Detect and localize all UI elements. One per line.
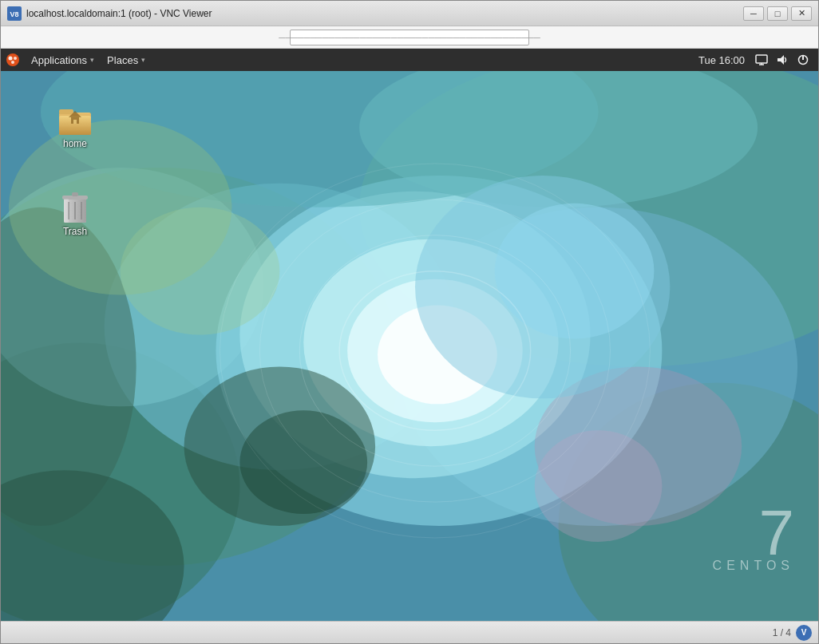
centos-text: CENTOS bbox=[713, 559, 794, 573]
svg-point-24 bbox=[121, 207, 280, 335]
svg-rect-43 bbox=[59, 109, 73, 114]
address-bar-area: ────────────────────────────────────────… bbox=[1, 26, 818, 49]
applications-arrow: ▾ bbox=[90, 56, 94, 64]
window-title: localhost.localdomain:1 (root) - VNC Vie… bbox=[26, 8, 743, 19]
window-controls: ─ □ ✕ bbox=[743, 6, 812, 21]
trash-icon[interactable]: Trash bbox=[45, 183, 105, 240]
centos-watermark: 7 CENTOS bbox=[713, 501, 794, 573]
screen-icon-button[interactable] bbox=[753, 51, 770, 69]
minimize-button[interactable]: ─ bbox=[743, 6, 764, 21]
page-indicator: 1 / 4 bbox=[773, 627, 791, 638]
title-bar: V8 localhost.localdomain:1 (root) - VNC … bbox=[1, 1, 818, 26]
trash-icon-label: Trash bbox=[63, 226, 87, 237]
maximize-button[interactable]: □ bbox=[767, 6, 788, 21]
vnc-bottom-bar: 1 / 4 V bbox=[1, 621, 818, 643]
panel-right: Tue 16:00 bbox=[698, 51, 818, 69]
svg-text:V8: V8 bbox=[10, 10, 18, 18]
desktop-background bbox=[1, 49, 818, 621]
svg-rect-52 bbox=[72, 192, 78, 196]
gnome-logo bbox=[1, 49, 25, 71]
applications-menu[interactable]: Applications ▾ bbox=[25, 49, 101, 71]
home-icon-label: home bbox=[63, 138, 87, 149]
address-bar[interactable]: ────────────────────────────────────────… bbox=[290, 30, 529, 45]
centos-version-number: 7 bbox=[713, 501, 794, 565]
home-icon[interactable]: home bbox=[45, 95, 105, 152]
svg-rect-48 bbox=[73, 120, 77, 124]
svg-point-26 bbox=[495, 203, 655, 339]
places-menu[interactable]: Places ▾ bbox=[101, 49, 152, 71]
clock: Tue 16:00 bbox=[698, 54, 745, 66]
svg-rect-56 bbox=[64, 199, 69, 223]
svg-point-32 bbox=[9, 57, 13, 61]
volume-icon-button[interactable] bbox=[774, 51, 791, 69]
places-arrow: ▾ bbox=[141, 56, 145, 64]
svg-point-20 bbox=[535, 430, 663, 542]
svg-point-34 bbox=[11, 61, 14, 64]
svg-marker-38 bbox=[777, 55, 784, 65]
vnc-window: V8 localhost.localdomain:1 (root) - VNC … bbox=[0, 0, 819, 644]
close-button[interactable]: ✕ bbox=[791, 6, 812, 21]
trash-bin-icon bbox=[56, 186, 94, 224]
panel-left: Applications ▾ Places ▾ bbox=[1, 49, 152, 71]
svg-point-33 bbox=[14, 57, 17, 60]
vnc-icon: V8 bbox=[7, 6, 22, 21]
desktop: Applications ▾ Places ▾ Tue 16:00 bbox=[1, 49, 818, 621]
home-folder-icon bbox=[56, 98, 94, 136]
gnome-panel: Applications ▾ Places ▾ Tue 16:00 bbox=[1, 49, 818, 71]
svg-rect-35 bbox=[756, 55, 767, 63]
svg-point-31 bbox=[6, 53, 19, 66]
power-icon-button[interactable] bbox=[794, 51, 812, 69]
vnc-logo-button[interactable]: V bbox=[796, 625, 812, 641]
